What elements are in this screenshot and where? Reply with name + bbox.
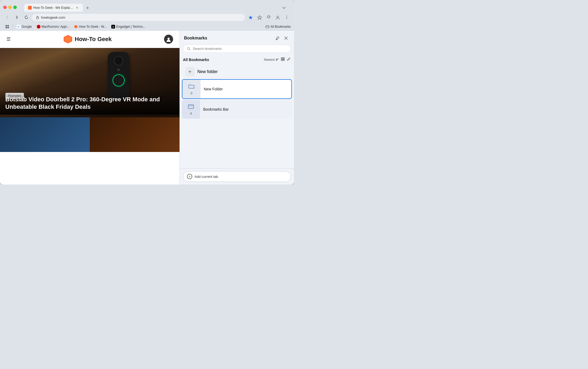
bookmark-label: MacRumors: Appl... <box>42 25 70 29</box>
list-view-button[interactable] <box>281 57 285 62</box>
svg-rect-7 <box>7 25 9 26</box>
close-traffic-light[interactable] <box>3 6 7 9</box>
active-tab[interactable]: How-To Geek - We Explain Te ✕ <box>24 4 83 12</box>
svg-rect-1 <box>36 17 39 19</box>
panel-header: Bookmarks <box>180 31 294 45</box>
bookmark-label: How-To Geek - W... <box>79 25 107 29</box>
all-bookmarks-button[interactable]: All Bookmarks <box>266 25 291 29</box>
extensions-button[interactable] <box>265 13 273 21</box>
logo-text: How-To Geek <box>75 36 112 43</box>
bookmark-star-button[interactable] <box>247 13 255 21</box>
svg-rect-9 <box>7 27 9 28</box>
website: ☰ How-To Geek <box>0 31 179 184</box>
htg-favicon-bm <box>74 25 78 29</box>
hero-title-area: Botslab Video Doorbell 2 Pro: 360-Degree… <box>0 90 179 115</box>
bookmark-outline-button[interactable] <box>256 13 264 21</box>
folder-item-bookmarks-bar[interactable]: 4 Bookmarks Bar <box>182 100 292 119</box>
svg-point-5 <box>287 18 287 19</box>
logo-icon <box>63 34 73 44</box>
tab-title: How-To Geek - We Explain Te <box>33 6 73 10</box>
tab-close-button[interactable]: ✕ <box>75 6 79 10</box>
new-tab-button[interactable]: + <box>84 4 91 12</box>
bookmark-grid-icon[interactable] <box>3 24 11 29</box>
all-bookmarks-label: All Bookmarks <box>270 25 291 29</box>
folder-name-text-bm: Bookmarks Bar <box>203 107 229 111</box>
google-favicon: G <box>17 25 21 29</box>
user-icon[interactable] <box>164 35 173 44</box>
folder-name-area-new <box>201 85 291 94</box>
folder-icon-bm <box>188 103 194 111</box>
back-button[interactable] <box>3 13 11 21</box>
sensor <box>117 69 120 71</box>
tab-favicon <box>28 6 32 10</box>
svg-marker-10 <box>74 25 77 28</box>
sort-icon <box>275 58 279 62</box>
search-input[interactable] <box>193 47 287 51</box>
macrumors-favicon <box>37 25 40 29</box>
svg-rect-6 <box>6 25 7 26</box>
sort-button[interactable]: Newest <box>264 58 279 62</box>
panel-footer: + Add current tab <box>180 168 294 184</box>
all-bookmarks-header: All Bookmarks Newest <box>180 56 294 64</box>
address-bar[interactable]: howtogeek.com <box>32 14 245 21</box>
pin-panel-button[interactable] <box>274 34 281 42</box>
folder-icon-area-bm: 4 <box>182 100 200 119</box>
tab-dropdown-button[interactable] <box>280 4 288 12</box>
folder-icon-area-new: 0 <box>182 80 201 98</box>
svg-point-4 <box>287 17 287 18</box>
more-options-button[interactable] <box>283 13 291 21</box>
hamburger-menu[interactable]: ☰ <box>6 36 11 42</box>
camera-lens <box>114 56 123 65</box>
folder-icon-new <box>188 83 195 91</box>
edit-button[interactable] <box>287 57 291 62</box>
folder-item-new[interactable]: 0 <box>182 79 292 99</box>
close-panel-button[interactable] <box>282 34 290 42</box>
svg-point-2 <box>277 16 279 18</box>
article-card-2[interactable] <box>90 117 179 152</box>
forward-button[interactable] <box>13 13 21 21</box>
svg-point-14 <box>168 38 170 40</box>
folder-name-area-bm: Bookmarks Bar <box>200 105 292 114</box>
reload-button[interactable] <box>22 13 30 21</box>
bookmarks-bar: G Google MacRumors: Appl... How-To Geek … <box>0 23 294 31</box>
bookmarks-list: + New folder 0 <box>180 64 294 168</box>
traffic-lights <box>3 6 17 9</box>
content-area: ☰ How-To Geek <box>0 31 294 184</box>
minimize-traffic-light[interactable] <box>8 6 12 9</box>
sort-controls: Newest <box>264 57 291 62</box>
svg-rect-16 <box>281 58 285 58</box>
sort-label: Newest <box>264 58 275 62</box>
svg-marker-0 <box>28 6 31 9</box>
svg-point-3 <box>287 16 287 16</box>
article-card-1[interactable] <box>0 117 90 152</box>
new-folder-button[interactable]: + New folder <box>182 64 292 79</box>
hero-title: Botslab Video Doorbell 2 Pro: 360-Degree… <box>5 96 174 111</box>
maximize-traffic-light[interactable] <box>13 6 17 9</box>
folder-name-input-new[interactable] <box>204 87 288 91</box>
security-icon <box>36 15 39 19</box>
bookmark-engadget[interactable]: E Engadget | Techno... <box>109 24 148 29</box>
svg-rect-11 <box>266 26 269 28</box>
add-icon: + <box>187 174 192 179</box>
bookmark-macrumors[interactable]: MacRumors: Appl... <box>35 24 72 29</box>
search-icon <box>187 47 191 51</box>
new-folder-label: New folder <box>197 69 218 74</box>
add-current-tab-button[interactable]: + Add current tab <box>183 171 291 182</box>
doorbell-button <box>113 74 125 86</box>
site-header: ☰ How-To Geek <box>0 31 179 48</box>
svg-rect-19 <box>188 105 194 109</box>
bookmark-label: Engadget | Techno... <box>116 25 145 29</box>
site-logo: How-To Geek <box>63 34 112 44</box>
toolbar-icons <box>247 13 291 21</box>
folder-count-bm: 4 <box>190 112 192 115</box>
bookmark-htg[interactable]: How-To Geek - W... <box>72 24 109 29</box>
search-bar[interactable] <box>183 45 291 53</box>
bookmark-google[interactable]: G Google <box>15 24 34 29</box>
tab-bar: How-To Geek - We Explain Te ✕ + <box>21 4 291 12</box>
svg-rect-17 <box>281 59 285 60</box>
profile-button[interactable] <box>274 13 282 21</box>
url-text: howtogeek.com <box>41 15 241 19</box>
bookmarks-panel: Bookmarks All Bookmarks <box>179 31 294 184</box>
toolbar: howtogeek.com <box>0 12 294 23</box>
article-cards-row <box>0 117 179 152</box>
